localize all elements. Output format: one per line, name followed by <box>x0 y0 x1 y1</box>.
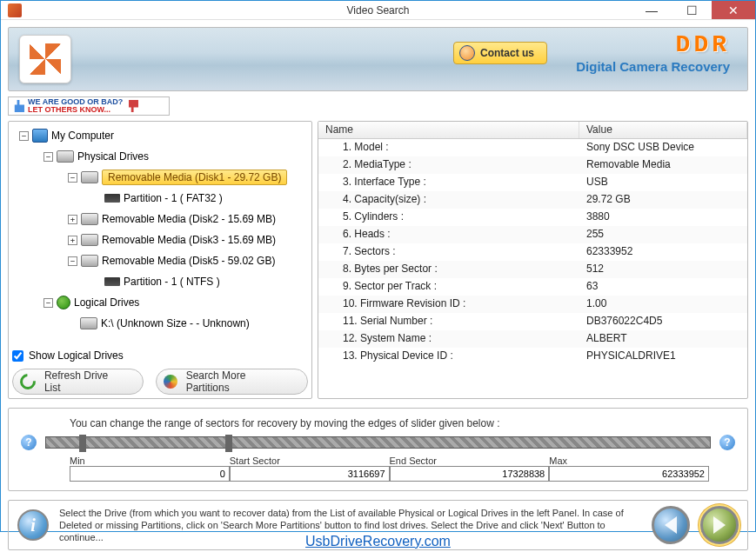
drive-icon <box>81 171 98 183</box>
info-icon: i <box>17 509 49 541</box>
tree-node-disk1[interactable]: −Removable Media (Disk1 - 29.72 GB) <box>12 167 308 188</box>
cell-value: USB <box>579 174 747 191</box>
drive-tree[interactable]: −My Computer −Physical Drives −Removable… <box>12 125 308 343</box>
help-icon[interactable]: ? <box>719 435 735 450</box>
cell-value: 3880 <box>579 209 747 226</box>
table-row[interactable]: 6. Heads :255 <box>318 226 747 243</box>
details-header: Name Value <box>318 122 747 139</box>
app-window: Video Search — ☐ ✕ Contact us DDR Digita… <box>0 0 756 532</box>
tree-node-physical[interactable]: −Physical Drives <box>12 146 308 167</box>
header-name[interactable]: Name <box>318 122 579 138</box>
header-banner: Contact us DDR Digital Camera Recovery <box>8 27 748 91</box>
table-row[interactable]: 1. Model :Sony DSC USB Device <box>318 139 747 156</box>
close-button[interactable]: ✕ <box>712 1 755 19</box>
cell-value: 62333952 <box>579 243 747 261</box>
table-row[interactable]: 3. Interface Type :USB <box>318 174 747 191</box>
table-row[interactable]: 11. Serial Number :DB376022C4D5 <box>318 313 747 330</box>
max-input <box>549 466 709 482</box>
cell-value: PHYSICALDRIVE1 <box>579 348 747 365</box>
window-controls: — ☐ ✕ <box>632 1 755 19</box>
tree-node-logical-k[interactable]: K:\ (Unknown Size - - Unknown) <box>12 313 308 334</box>
cell-name: 10. Firmware Revision ID : <box>318 296 579 313</box>
maximize-button[interactable]: ☐ <box>672 1 712 19</box>
tree-node-disk5-part[interactable]: Partition - 1 ( NTFS ) <box>12 271 308 292</box>
tree-node-disk1-part[interactable]: Partition - 1 ( FAT32 ) <box>12 188 308 209</box>
cell-name: 2. MediaType : <box>318 156 579 174</box>
back-button[interactable] <box>652 506 690 544</box>
cell-value: 29.72 GB <box>579 191 747 209</box>
start-sector-input[interactable] <box>230 466 390 482</box>
cell-name: 13. Physical Device ID : <box>318 348 579 365</box>
table-row[interactable]: 7. Sectors :62333952 <box>318 243 747 261</box>
table-row[interactable]: 10. Firmware Revision ID :1.00 <box>318 296 747 313</box>
refresh-drive-list-button[interactable]: Refresh Drive List <box>12 369 144 395</box>
tree-node-disk2[interactable]: +Removable Media (Disk2 - 15.69 MB) <box>12 209 308 229</box>
sector-range-panel: You can change the range of sectors for … <box>8 408 748 491</box>
product-logo <box>19 35 71 83</box>
cell-name: 4. Capacity(size) : <box>318 191 579 209</box>
min-input <box>70 466 230 482</box>
show-logical-drives-checkbox[interactable] <box>12 350 23 362</box>
partition-icon <box>104 277 120 286</box>
cell-name: 5. Cylinders : <box>318 209 579 226</box>
next-button[interactable] <box>700 506 739 544</box>
drive-icon <box>81 234 98 246</box>
header-value[interactable]: Value <box>579 122 747 138</box>
table-row[interactable]: 5. Cylinders :3880 <box>318 209 747 226</box>
show-logical-drives-label: Show Logical Drives <box>29 349 124 362</box>
tree-node-root[interactable]: −My Computer <box>12 125 308 146</box>
cell-name: 7. Sectors : <box>318 243 579 261</box>
slider-handle-end[interactable] <box>225 435 232 452</box>
tree-node-disk5[interactable]: −Removable Media (Disk5 - 59.02 GB) <box>12 250 308 271</box>
sector-slider[interactable] <box>45 436 711 449</box>
sector-instruction: You can change the range of sectors for … <box>70 417 735 429</box>
next-arrow-icon <box>713 516 726 534</box>
drive-icon <box>81 255 98 267</box>
search-more-partitions-button[interactable]: Search More Partitions <box>156 369 308 395</box>
cell-name: 11. Serial Number : <box>318 313 579 330</box>
logical-drives-icon <box>57 296 70 309</box>
cell-value: 255 <box>579 226 747 243</box>
minimize-button[interactable]: — <box>632 1 672 19</box>
table-row[interactable]: 12. System Name :ALBERT <box>318 330 747 348</box>
cell-value: 512 <box>579 261 747 278</box>
rating-banner[interactable]: WE ARE GOOD OR BAD? LET OTHERS KNOW... <box>8 96 170 116</box>
window-title: Video Search <box>347 4 410 17</box>
table-row[interactable]: 4. Capacity(size) :29.72 GB <box>318 191 747 209</box>
cell-value: Sony DSC USB Device <box>579 139 747 156</box>
brand-tagline: Digital Camera Recovery <box>576 59 730 74</box>
brand-logo: DDR <box>576 33 730 57</box>
table-row[interactable]: 9. Sector per Track :63 <box>318 278 747 296</box>
cell-name: 9. Sector per Track : <box>318 278 579 296</box>
search-partitions-icon <box>164 375 177 389</box>
cell-value: DB376022C4D5 <box>579 313 747 330</box>
partition-icon <box>104 194 120 203</box>
table-row[interactable]: 13. Physical Device ID :PHYSICALDRIVE1 <box>318 348 747 365</box>
end-sector-input[interactable] <box>390 466 550 482</box>
end-label: End Sector <box>390 456 550 466</box>
cell-name: 1. Model : <box>318 139 579 156</box>
min-label: Min <box>70 456 230 466</box>
cell-value: 1.00 <box>579 296 747 313</box>
contact-us-button[interactable]: Contact us <box>453 42 547 64</box>
cell-name: 3. Interface Type : <box>318 174 579 191</box>
details-rows: 1. Model :Sony DSC USB Device2. MediaTyp… <box>318 139 747 365</box>
table-row[interactable]: 8. Bytes per Sector :512 <box>318 261 747 278</box>
drive-icon <box>81 213 98 225</box>
refresh-icon <box>17 370 38 392</box>
drive-details-panel: Name Value 1. Model :Sony DSC USB Device… <box>318 121 748 399</box>
drive-icon <box>57 150 74 163</box>
tree-node-logical[interactable]: −Logical Drives <box>12 292 308 313</box>
contact-icon <box>459 45 475 61</box>
table-row[interactable]: 2. MediaType :Removable Media <box>318 156 747 174</box>
max-label: Max <box>549 456 709 466</box>
drive-tree-panel: −My Computer −Physical Drives −Removable… <box>8 121 312 399</box>
cell-value: ALBERT <box>579 330 747 348</box>
cell-name: 8. Bytes per Sector : <box>318 261 579 278</box>
computer-icon <box>32 129 48 143</box>
titlebar: Video Search — ☐ ✕ <box>1 1 755 20</box>
cell-value: Removable Media <box>579 156 747 174</box>
slider-handle-start[interactable] <box>79 435 86 452</box>
tree-node-disk3[interactable]: +Removable Media (Disk3 - 15.69 MB) <box>12 229 308 250</box>
help-icon[interactable]: ? <box>21 435 37 450</box>
